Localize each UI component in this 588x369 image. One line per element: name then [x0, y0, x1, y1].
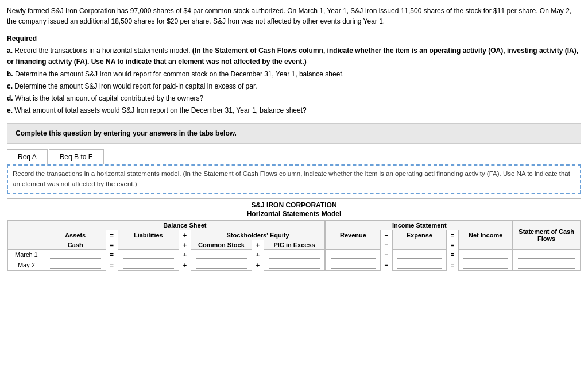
cash-flows-header: Statement of Cash Flows: [513, 220, 581, 249]
eq-march1: =: [106, 249, 118, 260]
instruction-box: Complete this question by entering your …: [7, 123, 581, 144]
expense-may2[interactable]: [392, 260, 446, 270]
section-header-row: Balance Sheet Income Statement Statement…: [8, 220, 581, 230]
expense-sub: [392, 240, 446, 249]
minus-header: −: [380, 230, 392, 240]
common-stock-may2-input[interactable]: [196, 262, 247, 269]
income-statement-header: Income Statement: [326, 220, 513, 230]
stockholders-equity-header: Stockholders' Equity: [191, 230, 324, 240]
cash-may2[interactable]: [45, 260, 106, 270]
req-c-text: Determine the amount S&J Iron would repo…: [14, 82, 257, 90]
required-label: Required: [7, 34, 37, 43]
pic-excess-march1[interactable]: [264, 249, 325, 260]
plus-sub2-header: +: [252, 240, 264, 249]
plus1-may2: +: [179, 260, 191, 270]
net-income-may2-input[interactable]: [463, 262, 508, 269]
table-company-name: S&J IRON CORPORATION: [7, 199, 581, 210]
pic-excess-sub-header: PIC in Excess: [264, 240, 325, 249]
tab-req-a[interactable]: Req A: [7, 149, 48, 164]
eq2-may2: =: [446, 260, 458, 270]
tab-content-description: Record the transactions in a horizontal …: [7, 164, 581, 194]
expense-march1-input[interactable]: [397, 251, 442, 259]
cash-march1-input[interactable]: [50, 251, 101, 259]
eq1-header: =: [106, 230, 118, 240]
table-row: May 2 = + + − =: [8, 260, 581, 270]
common-stock-sub-header: Common Stock: [191, 240, 252, 249]
req-a-letter: a.: [7, 47, 13, 55]
column-header-row: Assets = Liabilities + Stockholders' Equ…: [8, 230, 581, 240]
cash-flows-march1-input[interactable]: [518, 251, 575, 259]
cash-flows-may2[interactable]: [513, 260, 581, 270]
cash-march1[interactable]: [45, 249, 106, 260]
req-d-text: What is the total amount of capital cont…: [15, 94, 203, 102]
expense-header: Expense: [392, 230, 446, 240]
net-income-march1-input[interactable]: [463, 251, 508, 259]
intro-text: Newly formed S&J Iron Corporation has 97…: [7, 6, 581, 26]
minus-sub: −: [380, 240, 392, 249]
required-section: Required a. Record the transactions in a…: [7, 33, 581, 116]
liabilities-march1[interactable]: [118, 249, 179, 260]
plus2-march1: +: [252, 249, 264, 260]
cash-flows-may2-input[interactable]: [518, 262, 575, 269]
event-may2: May 2: [8, 260, 45, 270]
cash-flows-march1[interactable]: [513, 249, 581, 260]
cash-sub-header: Cash: [45, 240, 106, 249]
common-stock-march1-input[interactable]: [196, 251, 247, 259]
minus-march1: −: [380, 249, 392, 260]
revenue-may2[interactable]: [326, 260, 380, 270]
liabilities-header: Liabilities: [118, 230, 179, 240]
net-income-may2[interactable]: [459, 260, 513, 270]
tabs-container: Req A Req B to E: [7, 149, 581, 164]
net-income-march1[interactable]: [459, 249, 513, 260]
liabilities-march1-input[interactable]: [123, 251, 174, 259]
pic-excess-march1-input[interactable]: [269, 251, 320, 259]
eq2-header: =: [446, 230, 458, 240]
statements-table-section: S&J IRON CORPORATION Horizontal Statemen…: [7, 198, 581, 271]
eq-may2: =: [106, 260, 118, 270]
req-b-text: Determine the amount S&J Iron would repo…: [15, 70, 344, 78]
req-e-letter: e.: [7, 106, 13, 114]
sub-column-header-row: Cash = + Common Stock + PIC in Excess − …: [8, 240, 581, 249]
balance-sheet-header: Balance Sheet: [45, 220, 324, 230]
cash-may2-input[interactable]: [50, 262, 101, 269]
pic-excess-may2[interactable]: [264, 260, 325, 270]
common-stock-march1[interactable]: [191, 249, 252, 260]
plus-sub-header: +: [179, 240, 191, 249]
eq-sub-header: =: [106, 240, 118, 249]
plus2-may2: +: [252, 260, 264, 270]
expense-march1[interactable]: [392, 249, 446, 260]
liabilities-sub: [118, 240, 179, 249]
revenue-march1[interactable]: [326, 249, 380, 260]
req-c-letter: c.: [7, 82, 13, 90]
revenue-sub: [326, 240, 380, 249]
req-b-letter: b.: [7, 70, 13, 78]
plus1-header: +: [179, 230, 191, 240]
pic-excess-may2-input[interactable]: [269, 262, 320, 269]
net-income-header: Net Income: [459, 230, 513, 240]
table-row: March 1 = + + − =: [8, 249, 581, 260]
tab-req-b-to-e[interactable]: Req B to E: [49, 149, 104, 164]
event-header: [8, 220, 45, 249]
req-e-text: What amount of total assets would S&J Ir…: [14, 106, 306, 114]
req-d-letter: d.: [7, 94, 13, 102]
minus-may2: −: [380, 260, 392, 270]
event-march1: March 1: [8, 249, 45, 260]
revenue-header: Revenue: [326, 230, 380, 240]
assets-header: Assets: [45, 230, 106, 240]
eq2-sub: =: [446, 240, 458, 249]
horizontal-statements-table: Balance Sheet Income Statement Statement…: [7, 220, 581, 271]
expense-may2-input[interactable]: [397, 262, 442, 269]
revenue-may2-input[interactable]: [331, 262, 376, 269]
net-income-sub: [459, 240, 513, 249]
liabilities-may2-input[interactable]: [123, 262, 174, 269]
table-model-name: Horizontal Statements Model: [7, 210, 581, 220]
common-stock-may2[interactable]: [191, 260, 252, 270]
eq2-march1: =: [446, 249, 458, 260]
revenue-march1-input[interactable]: [331, 251, 376, 259]
plus1-march1: +: [179, 249, 191, 260]
req-a-text: Record the transactions in a horizontal …: [14, 47, 192, 55]
liabilities-may2[interactable]: [118, 260, 179, 270]
